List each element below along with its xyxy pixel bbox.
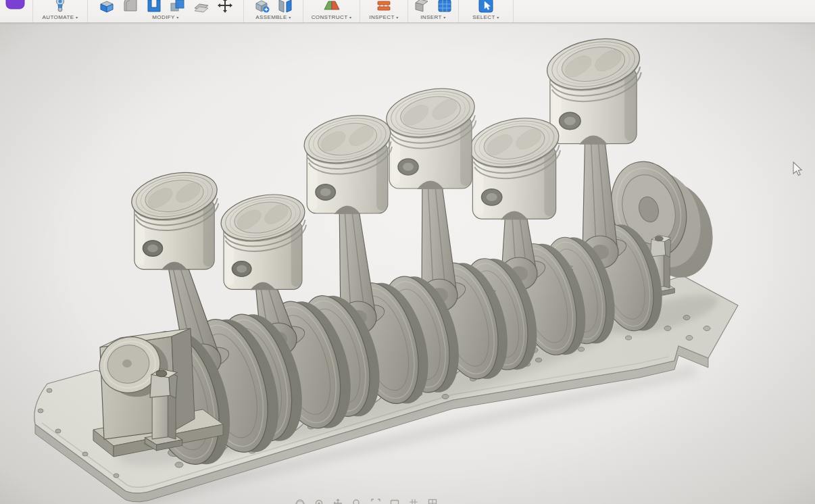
new-component-icon[interactable] — [254, 0, 270, 14]
group-label-insert[interactable]: INSERT ▾ — [420, 14, 446, 22]
chevron-down-icon: ▾ — [349, 16, 351, 20]
viewport-canvas[interactable] — [0, 0, 815, 504]
chevron-down-icon: ▾ — [443, 16, 445, 20]
toolbar-empty-area — [514, 0, 815, 22]
shell-icon[interactable] — [146, 0, 162, 14]
toolbar-group-construct[interactable]: CONSTRUCT ▾ — [303, 0, 360, 22]
viewports-icon[interactable] — [428, 499, 437, 504]
select-cursor-icon[interactable] — [478, 0, 494, 14]
pan-icon[interactable] — [333, 499, 343, 504]
app-logo-icon — [5, 0, 26, 13]
toolbar-group-select[interactable]: SELECT ▾ — [459, 0, 514, 22]
look-at-icon[interactable] — [314, 499, 324, 504]
construct-plane-icon[interactable] — [323, 0, 341, 14]
group-label-automate[interactable]: AUTOMATE ▾ — [43, 14, 78, 22]
group-label-construct[interactable]: CONSTRUCT ▾ — [312, 14, 352, 22]
toolbar-group-automate[interactable]: AUTOMATE ▾ — [33, 0, 88, 22]
display-settings-icon[interactable] — [390, 499, 399, 504]
combine-icon[interactable] — [170, 0, 186, 14]
zoom-icon[interactable] — [352, 499, 362, 504]
navigation-bar[interactable] — [295, 499, 476, 504]
toolbar-group-inspect[interactable]: INSPECT ▾ — [360, 0, 408, 22]
measure-icon[interactable] — [376, 0, 392, 14]
bot-icon[interactable] — [53, 0, 68, 14]
chevron-down-icon: ▾ — [176, 16, 178, 20]
orbit-icon[interactable] — [295, 499, 305, 504]
group-label-select[interactable]: SELECT ▾ — [472, 14, 499, 22]
group-label-assemble[interactable]: ASSEMBLE ▾ — [255, 14, 291, 22]
group-label-modify[interactable]: MODIFY ▾ — [152, 14, 178, 22]
joint-icon[interactable] — [278, 0, 293, 14]
chevron-down-icon: ▾ — [396, 16, 398, 20]
vignette — [0, 0, 815, 504]
press-pull-icon[interactable] — [99, 0, 115, 14]
chevron-down-icon: ▾ — [76, 16, 78, 20]
app-menu-button[interactable] — [0, 0, 33, 22]
chevron-down-icon: ▾ — [289, 16, 291, 20]
move-copy-icon[interactable] — [217, 0, 233, 14]
chevron-down-icon: ▾ — [497, 16, 499, 20]
grid-icon[interactable] — [409, 499, 418, 504]
main-toolbar: AUTOMATE ▾ — [0, 0, 815, 23]
fillet-icon[interactable] — [122, 0, 139, 14]
canvas-icon[interactable] — [414, 0, 429, 14]
group-label-inspect[interactable]: INSPECT ▾ — [369, 14, 398, 22]
toolbar-group-assemble[interactable]: ASSEMBLE ▾ — [244, 0, 303, 22]
toolbar-group-modify[interactable]: MODIFY ▾ — [88, 0, 244, 22]
offset-face-icon[interactable] — [193, 0, 209, 14]
fit-icon[interactable] — [371, 499, 380, 504]
toolbar-group-insert[interactable]: INSERT ▾ — [408, 0, 459, 22]
insert-mesh-icon[interactable] — [437, 0, 453, 14]
